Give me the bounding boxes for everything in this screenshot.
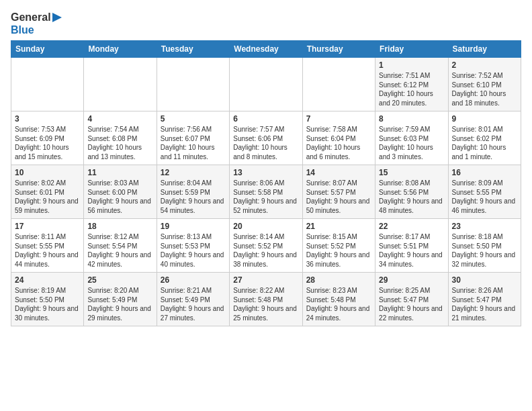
calendar-cell: [84, 58, 157, 111]
day-info-line: Daylight: 9 hours and 59 minutes.: [15, 197, 80, 215]
day-info-line: Daylight: 10 hours and 3 minutes.: [379, 143, 444, 161]
logo-container: General Blue: [11, 11, 62, 36]
day-info-line: Sunrise: 8:15 AM: [306, 232, 371, 242]
calendar-cell: 9Sunrise: 8:01 AMSunset: 6:02 PMDaylight…: [448, 111, 521, 165]
day-info-line: Daylight: 10 hours and 11 minutes.: [161, 143, 226, 161]
day-info-line: Sunrise: 8:23 AM: [306, 286, 371, 295]
day-info-line: Sunset: 6:01 PM: [15, 188, 80, 197]
day-info-line: Sunrise: 8:02 AM: [15, 179, 80, 188]
calendar-body: 1Sunrise: 7:51 AMSunset: 6:12 PMDaylight…: [11, 58, 521, 326]
day-number: 19: [161, 222, 226, 231]
day-info-line: Sunset: 5:52 PM: [306, 242, 371, 251]
calendar-cell: 3Sunrise: 7:53 AMSunset: 6:09 PMDaylight…: [11, 111, 84, 165]
day-info-line: Daylight: 9 hours and 44 minutes.: [15, 250, 80, 269]
day-info-line: Daylight: 9 hours and 29 minutes.: [87, 304, 152, 322]
svg-marker-0: [52, 13, 62, 22]
day-of-week-header: Wednesday: [230, 41, 302, 58]
day-number: 4: [87, 114, 152, 124]
calendar-cell: 4Sunrise: 7:54 AMSunset: 6:08 PMDaylight…: [84, 111, 157, 165]
calendar-cell: 22Sunrise: 8:17 AMSunset: 5:51 PMDayligh…: [375, 219, 448, 273]
calendar-cell: 13Sunrise: 8:06 AMSunset: 5:58 PMDayligh…: [230, 165, 302, 219]
day-info-line: Sunrise: 7:58 AM: [306, 125, 371, 134]
day-number: 24: [15, 275, 80, 285]
day-number: 5: [161, 114, 226, 124]
day-number: 17: [15, 222, 80, 231]
calendar-cell: 6Sunrise: 7:57 AMSunset: 6:06 PMDaylight…: [230, 111, 302, 165]
day-number: 10: [15, 168, 80, 177]
day-info-line: Sunrise: 8:07 AM: [306, 179, 371, 188]
day-of-week-header: Sunday: [11, 41, 84, 58]
day-info-line: Sunset: 5:49 PM: [161, 295, 226, 305]
day-info-line: Daylight: 9 hours and 22 minutes.: [379, 304, 444, 322]
day-info-line: Sunrise: 8:19 AM: [15, 286, 80, 295]
calendar-cell: 28Sunrise: 8:23 AMSunset: 5:48 PMDayligh…: [302, 273, 375, 326]
day-info-line: Daylight: 10 hours and 15 minutes.: [15, 143, 80, 161]
day-info-line: Sunset: 6:03 PM: [379, 134, 444, 144]
days-of-week-row: SundayMondayTuesdayWednesdayThursdayFrid…: [11, 41, 521, 58]
day-info-line: Sunrise: 7:56 AM: [161, 125, 226, 134]
day-info-line: Sunset: 5:47 PM: [379, 295, 444, 305]
day-info-line: Daylight: 9 hours and 48 minutes.: [379, 197, 444, 215]
day-info-line: Daylight: 10 hours and 18 minutes.: [452, 89, 517, 107]
calendar-cell: 25Sunrise: 8:20 AMSunset: 5:49 PMDayligh…: [84, 273, 157, 326]
day-info-line: Sunset: 6:10 PM: [452, 81, 517, 90]
day-number: 11: [87, 168, 152, 177]
calendar-cell: 20Sunrise: 8:14 AMSunset: 5:52 PMDayligh…: [230, 219, 302, 273]
day-info-line: Sunset: 5:53 PM: [161, 242, 226, 251]
calendar-cell: 17Sunrise: 8:11 AMSunset: 5:55 PMDayligh…: [11, 219, 84, 273]
day-number: 22: [379, 222, 444, 231]
calendar-week-row: 10Sunrise: 8:02 AMSunset: 6:01 PMDayligh…: [11, 165, 521, 219]
day-info-line: Sunrise: 7:57 AM: [233, 125, 298, 134]
logo-arrow-icon: [52, 13, 62, 22]
day-info-line: Daylight: 9 hours and 34 minutes.: [379, 250, 444, 269]
day-info-line: Sunset: 6:04 PM: [306, 134, 371, 144]
day-info-line: Daylight: 9 hours and 38 minutes.: [233, 250, 298, 269]
calendar-cell: [11, 58, 84, 111]
day-info-line: Sunset: 5:58 PM: [233, 188, 298, 197]
day-info-line: Sunrise: 8:06 AM: [233, 179, 298, 188]
day-number: 16: [452, 168, 517, 177]
calendar-cell: 30Sunrise: 8:26 AMSunset: 5:47 PMDayligh…: [448, 273, 521, 326]
day-info-line: Sunrise: 8:22 AM: [233, 286, 298, 295]
day-number: 27: [233, 275, 298, 285]
day-number: 12: [161, 168, 226, 177]
day-info-line: Daylight: 9 hours and 52 minutes.: [233, 197, 298, 215]
day-info-line: Sunrise: 8:12 AM: [87, 232, 152, 242]
day-info-line: Sunset: 5:57 PM: [306, 188, 371, 197]
day-info-line: Daylight: 10 hours and 20 minutes.: [379, 89, 444, 107]
day-info-line: Sunrise: 7:51 AM: [379, 71, 444, 81]
calendar-cell: 18Sunrise: 8:12 AMSunset: 5:54 PMDayligh…: [84, 219, 157, 273]
calendar-cell: 29Sunrise: 8:25 AMSunset: 5:47 PMDayligh…: [375, 273, 448, 326]
calendar-cell: 7Sunrise: 7:58 AMSunset: 6:04 PMDaylight…: [302, 111, 375, 165]
day-info-line: Sunset: 5:51 PM: [379, 242, 444, 251]
day-info-line: Daylight: 9 hours and 40 minutes.: [161, 250, 226, 269]
day-info-line: Sunrise: 8:20 AM: [87, 286, 152, 295]
day-info-line: Sunrise: 8:04 AM: [161, 179, 226, 188]
calendar-cell: 24Sunrise: 8:19 AMSunset: 5:50 PMDayligh…: [11, 273, 84, 326]
day-info-line: Sunset: 6:08 PM: [87, 134, 152, 144]
day-info-line: Sunset: 6:09 PM: [15, 134, 80, 144]
calendar-cell: [230, 58, 302, 111]
day-number: 15: [379, 168, 444, 177]
day-info-line: Daylight: 10 hours and 6 minutes.: [306, 143, 371, 161]
day-number: 30: [452, 275, 517, 285]
day-info-line: Sunset: 6:00 PM: [87, 188, 152, 197]
day-of-week-header: Thursday: [302, 41, 375, 58]
day-info-line: Daylight: 9 hours and 46 minutes.: [452, 197, 517, 215]
day-info-line: Sunrise: 8:26 AM: [452, 286, 517, 295]
day-info-line: Sunrise: 8:14 AM: [233, 232, 298, 242]
calendar-week-row: 17Sunrise: 8:11 AMSunset: 5:55 PMDayligh…: [11, 219, 521, 273]
calendar-cell: 16Sunrise: 8:09 AMSunset: 5:55 PMDayligh…: [448, 165, 521, 219]
day-info-line: Daylight: 9 hours and 54 minutes.: [161, 197, 226, 215]
day-of-week-header: Tuesday: [157, 41, 229, 58]
day-info-line: Sunrise: 7:59 AM: [379, 125, 444, 134]
day-number: 1: [379, 60, 444, 70]
day-number: 26: [161, 275, 226, 285]
day-of-week-header: Friday: [375, 41, 448, 58]
day-info-line: Daylight: 9 hours and 24 minutes.: [306, 304, 371, 322]
day-info-line: Daylight: 9 hours and 56 minutes.: [87, 197, 152, 215]
day-info-line: Sunrise: 8:09 AM: [452, 179, 517, 188]
calendar-cell: [157, 58, 229, 111]
calendar-header: SundayMondayTuesdayWednesdayThursdayFrid…: [11, 41, 521, 58]
day-number: 29: [379, 275, 444, 285]
